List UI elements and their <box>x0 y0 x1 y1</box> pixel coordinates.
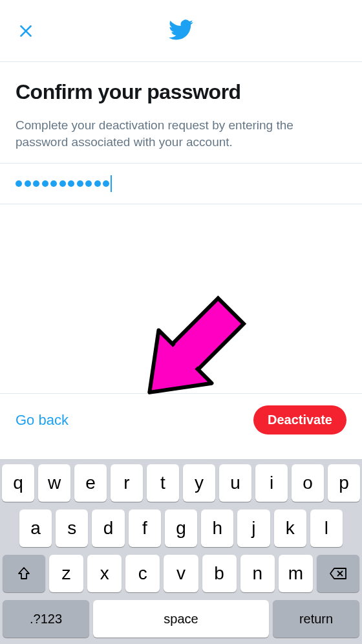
password-dot <box>94 180 101 187</box>
twitter-logo-icon <box>169 17 193 45</box>
keyboard: qwertyuiop asdfghjkl zxcvbnm .?123 space… <box>0 459 362 644</box>
password-dot <box>42 180 48 187</box>
text-cursor <box>111 175 112 192</box>
key-h[interactable]: h <box>201 510 233 547</box>
password-dot <box>103 180 109 187</box>
key-backspace[interactable] <box>317 555 359 592</box>
password-input[interactable] <box>0 163 362 204</box>
key-r[interactable]: r <box>111 464 143 502</box>
key-l[interactable]: l <box>310 510 343 547</box>
key-g[interactable]: g <box>165 510 197 547</box>
key-u[interactable]: u <box>219 464 251 502</box>
page-title: Confirm your password <box>0 62 362 117</box>
password-dot <box>85 180 92 187</box>
key-o[interactable]: o <box>292 464 324 502</box>
key-s[interactable]: s <box>56 510 88 547</box>
close-button[interactable] <box>16 21 36 41</box>
key-numbers[interactable]: .?123 <box>3 600 89 638</box>
key-space[interactable]: space <box>93 600 269 638</box>
action-bar: Go back Deactivate <box>0 393 362 446</box>
key-j[interactable]: j <box>237 510 270 547</box>
key-f[interactable]: f <box>129 510 161 547</box>
key-a[interactable]: a <box>19 510 52 547</box>
key-e[interactable]: e <box>74 464 107 502</box>
go-back-link[interactable]: Go back <box>16 412 69 429</box>
key-c[interactable]: c <box>125 555 160 592</box>
key-t[interactable]: t <box>147 464 179 502</box>
key-return[interactable]: return <box>273 600 359 638</box>
key-x[interactable]: x <box>87 555 122 592</box>
password-dot <box>59 180 66 187</box>
content: Confirm your password Complete your deac… <box>0 62 362 204</box>
shift-icon <box>16 566 32 581</box>
key-k[interactable]: k <box>274 510 306 547</box>
svg-rect-5 <box>171 341 201 372</box>
key-p[interactable]: p <box>328 464 360 502</box>
password-dot <box>33 180 39 187</box>
password-dot <box>25 180 31 187</box>
key-n[interactable]: n <box>240 555 275 592</box>
key-q[interactable]: q <box>2 464 34 502</box>
key-m[interactable]: m <box>279 555 313 592</box>
key-i[interactable]: i <box>255 464 288 502</box>
password-dot <box>50 180 57 187</box>
key-y[interactable]: y <box>183 464 215 502</box>
key-w[interactable]: w <box>38 464 70 502</box>
password-dots <box>16 180 109 187</box>
header <box>0 0 362 62</box>
deactivate-button[interactable]: Deactivate <box>253 405 346 435</box>
close-icon <box>17 23 34 39</box>
svg-rect-3 <box>170 298 244 372</box>
password-dot <box>16 180 22 187</box>
key-v[interactable]: v <box>164 555 198 592</box>
password-dot <box>68 180 74 187</box>
key-d[interactable]: d <box>92 510 124 547</box>
password-dot <box>77 180 83 187</box>
key-shift[interactable] <box>3 555 45 592</box>
key-b[interactable]: b <box>202 555 237 592</box>
key-z[interactable]: z <box>49 555 83 592</box>
backspace-icon <box>329 566 347 581</box>
page-subtitle: Complete your deactivation request by en… <box>0 117 362 163</box>
